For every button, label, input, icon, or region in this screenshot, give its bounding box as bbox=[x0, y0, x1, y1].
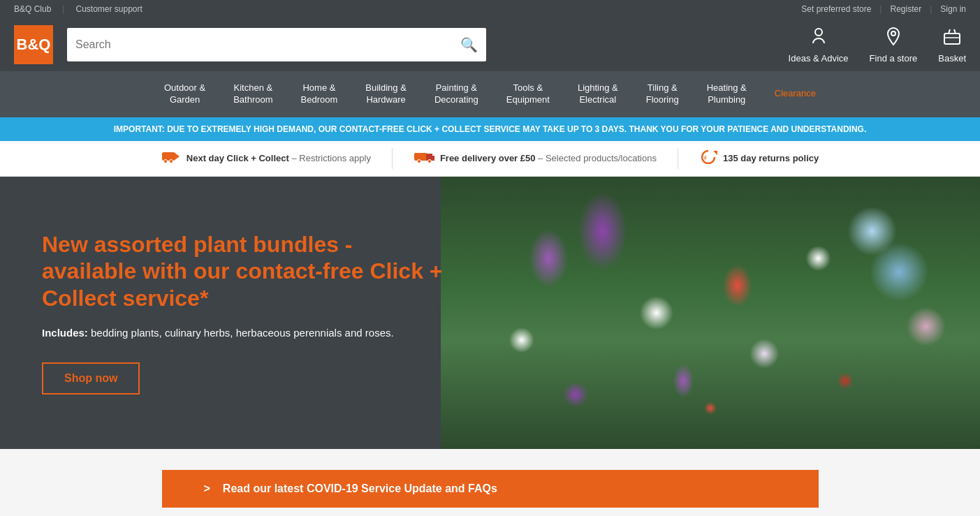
svg-marker-13 bbox=[713, 151, 717, 155]
covid-chevron-icon: > bbox=[204, 482, 210, 495]
svg-text:£: £ bbox=[704, 155, 707, 160]
info-free-delivery: Free delivery over £50 – Selected produc… bbox=[393, 149, 678, 168]
nav-item-clearance[interactable]: Clearance bbox=[761, 71, 830, 117]
nav-item-building-hardware[interactable]: Building &Hardware bbox=[351, 71, 420, 117]
nav-item-tiling-flooring[interactable]: Tiling &Flooring bbox=[632, 71, 693, 117]
shop-now-button[interactable]: Shop now bbox=[42, 362, 140, 395]
set-preferred-store-link[interactable]: Set preferred store bbox=[801, 4, 871, 14]
basket-label: Basket bbox=[938, 53, 966, 64]
info-bar: Next day Click + Collect – Restrictions … bbox=[0, 141, 980, 177]
hero-description: Includes: bedding plants, culinary herbs… bbox=[42, 325, 448, 341]
ideas-advice-link[interactable]: Ideas & Advice bbox=[789, 27, 849, 64]
delivery-icon bbox=[414, 149, 434, 168]
main-nav: Outdoor &Garden Kitchen &Bathroom Home &… bbox=[0, 71, 980, 117]
ideas-icon bbox=[809, 27, 828, 50]
register-link[interactable]: Register bbox=[890, 4, 921, 14]
signin-link[interactable]: Sign in bbox=[940, 4, 966, 14]
ideas-advice-label: Ideas & Advice bbox=[789, 53, 849, 64]
nav-item-painting-decorating[interactable]: Painting &Decorating bbox=[420, 71, 492, 117]
search-button[interactable]: 🔍 bbox=[460, 36, 478, 53]
returns-text: 135 day returns policy bbox=[723, 153, 819, 163]
hero-desc-prefix: Includes: bbox=[42, 327, 88, 339]
info-returns: £ 135 day returns policy bbox=[678, 149, 840, 168]
nav-item-lighting-electrical[interactable]: Lighting &Electrical bbox=[564, 71, 632, 117]
svg-rect-2 bbox=[944, 34, 960, 44]
basket-icon bbox=[942, 27, 962, 50]
hero-content: New assorted plant bundles - available w… bbox=[0, 177, 490, 449]
bq-club-link[interactable]: B&Q Club bbox=[14, 4, 51, 14]
customer-support-link[interactable]: Customer support bbox=[75, 4, 142, 14]
store-icon bbox=[885, 27, 902, 50]
top-bar-left: B&Q Club | Customer support bbox=[14, 4, 142, 14]
nav-item-outdoor-garden[interactable]: Outdoor &Garden bbox=[150, 71, 219, 117]
svg-point-7 bbox=[163, 160, 167, 163]
covid-banner[interactable]: > Read our latest COVID-19 Service Updat… bbox=[162, 470, 819, 508]
svg-point-1 bbox=[891, 31, 895, 36]
hero-image bbox=[441, 177, 980, 449]
search-bar-container: 🔍 bbox=[67, 28, 486, 61]
svg-rect-5 bbox=[162, 152, 175, 161]
svg-rect-9 bbox=[414, 153, 427, 161]
find-store-label: Find a store bbox=[870, 53, 918, 64]
top-bar: B&Q Club | Customer support Set preferre… bbox=[0, 0, 980, 18]
svg-point-11 bbox=[417, 160, 420, 163]
click-collect-text: Next day Click + Collect – Restrictions … bbox=[187, 153, 371, 163]
nav-item-home-bedroom[interactable]: Home &Bedroom bbox=[287, 71, 352, 117]
delivery-text: Free delivery over £50 – Selected produc… bbox=[440, 153, 657, 163]
hero-desc-body: bedding plants, culinary herbs, herbaceo… bbox=[88, 327, 394, 339]
basket-link[interactable]: Basket bbox=[938, 27, 966, 64]
header-actions: Ideas & Advice Find a store Basket bbox=[789, 27, 966, 64]
divider3: | bbox=[930, 4, 932, 14]
alert-text: IMPORTANT: DUE TO EXTREMELY HIGH DEMAND,… bbox=[114, 124, 867, 134]
hero-flowers-visual bbox=[441, 177, 980, 449]
returns-icon: £ bbox=[699, 149, 717, 168]
click-collect-icon bbox=[161, 149, 181, 168]
info-click-collect: Next day Click + Collect – Restrictions … bbox=[140, 149, 392, 168]
divider1: | bbox=[62, 4, 64, 14]
covid-inner: > Read our latest COVID-19 Service Updat… bbox=[162, 470, 819, 508]
covid-container: > Read our latest COVID-19 Service Updat… bbox=[0, 449, 980, 508]
header: B&Q 🔍 Ideas & Advice Fi bbox=[0, 18, 980, 71]
search-icon: 🔍 bbox=[460, 37, 478, 52]
search-input[interactable] bbox=[75, 38, 460, 51]
top-bar-right: Set preferred store | Register | Sign in bbox=[801, 4, 966, 14]
find-store-link[interactable]: Find a store bbox=[870, 27, 918, 64]
nav-item-kitchen-bathroom[interactable]: Kitchen &Bathroom bbox=[219, 71, 286, 117]
svg-point-0 bbox=[815, 29, 822, 36]
covid-link[interactable]: Read our latest COVID-19 Service Update … bbox=[223, 482, 497, 495]
nav-item-tools-equipment[interactable]: Tools &Equipment bbox=[492, 71, 564, 117]
alert-bar: IMPORTANT: DUE TO EXTREMELY HIGH DEMAND,… bbox=[0, 117, 980, 141]
nav-item-heating-plumbing[interactable]: Heating &Plumbing bbox=[693, 71, 761, 117]
svg-point-12 bbox=[427, 160, 431, 163]
hero-title: New assorted plant bundles - available w… bbox=[42, 231, 448, 311]
logo[interactable]: B&Q bbox=[14, 25, 53, 64]
divider2: | bbox=[879, 4, 882, 14]
svg-point-8 bbox=[169, 160, 173, 163]
svg-marker-6 bbox=[174, 152, 180, 161]
hero-section: New assorted plant bundles - available w… bbox=[0, 177, 980, 449]
